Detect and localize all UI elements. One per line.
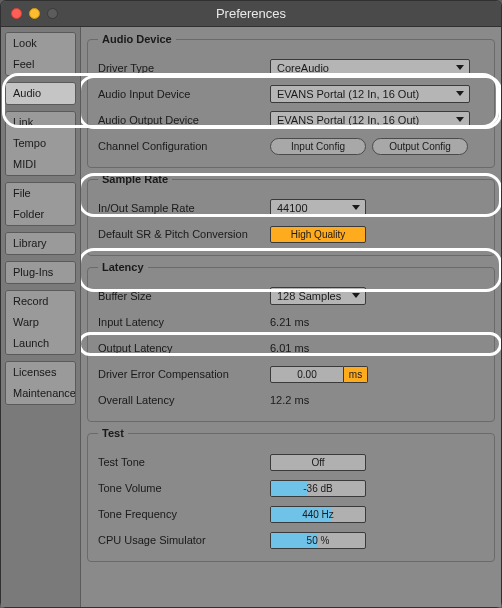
- driver-type-select[interactable]: CoreAudio: [270, 59, 470, 77]
- overall-latency-value: 12.2 ms: [270, 394, 309, 406]
- close-icon[interactable]: [11, 8, 22, 19]
- output-config-button[interactable]: Output Config: [372, 138, 468, 155]
- test-tone-toggle[interactable]: Off: [270, 454, 366, 471]
- sidebar-item-tempo[interactable]: Tempo: [6, 133, 75, 154]
- buffer-size-label: Buffer Size: [98, 290, 270, 302]
- section-legend: Sample Rate: [98, 173, 172, 185]
- maximize-icon: [47, 8, 58, 19]
- sidebar-item-warp[interactable]: Warp: [6, 312, 75, 333]
- sample-rate-section: Sample Rate In/Out Sample Rate 44100 Def…: [87, 173, 495, 256]
- driver-error-comp-unit: ms: [344, 366, 368, 383]
- cpu-usage-label: CPU Usage Simulator: [98, 534, 270, 546]
- output-device-select[interactable]: EVANS Portal (12 In, 16 Out): [270, 111, 470, 129]
- driver-error-comp-label: Driver Error Compensation: [98, 368, 270, 380]
- sidebar-item-plug-ins[interactable]: Plug-Ins: [6, 262, 75, 283]
- sidebar-item-midi[interactable]: MIDI: [6, 154, 75, 175]
- input-latency-label: Input Latency: [98, 316, 270, 328]
- sidebar-item-file[interactable]: File: [6, 183, 75, 204]
- sample-rate-label: In/Out Sample Rate: [98, 202, 270, 214]
- output-latency-value: 6.01 ms: [270, 342, 309, 354]
- input-config-button[interactable]: Input Config: [270, 138, 366, 155]
- sidebar-item-maintenance[interactable]: Maintenance: [6, 383, 75, 404]
- preferences-sidebar: LookFeelAudioLinkTempoMIDIFileFolderLibr…: [1, 27, 81, 607]
- titlebar: Preferences: [1, 1, 501, 27]
- sidebar-item-folder[interactable]: Folder: [6, 204, 75, 225]
- sr-conversion-label: Default SR & Pitch Conversion: [98, 228, 270, 240]
- test-tone-label: Test Tone: [98, 456, 270, 468]
- tone-volume-label: Tone Volume: [98, 482, 270, 494]
- sidebar-item-record[interactable]: Record: [6, 291, 75, 312]
- minimize-icon[interactable]: [29, 8, 40, 19]
- input-device-label: Audio Input Device: [98, 88, 270, 100]
- sr-conversion-toggle[interactable]: High Quality: [270, 226, 366, 243]
- latency-section: Latency Buffer Size 128 Samples Input La…: [87, 261, 495, 422]
- output-latency-label: Output Latency: [98, 342, 270, 354]
- section-legend: Latency: [98, 261, 148, 273]
- cpu-usage-slider[interactable]: 50 %: [270, 532, 366, 549]
- preferences-content: Audio Device Driver Type CoreAudio Audio…: [81, 27, 501, 607]
- sidebar-item-link[interactable]: Link: [6, 112, 75, 133]
- output-device-label: Audio Output Device: [98, 114, 270, 126]
- driver-type-label: Driver Type: [98, 62, 270, 74]
- tone-frequency-slider[interactable]: 440 Hz: [270, 506, 366, 523]
- tone-volume-slider[interactable]: -36 dB: [270, 480, 366, 497]
- overall-latency-label: Overall Latency: [98, 394, 270, 406]
- sidebar-item-audio[interactable]: Audio: [6, 83, 75, 104]
- window-title: Preferences: [1, 6, 501, 21]
- audio-device-section: Audio Device Driver Type CoreAudio Audio…: [87, 33, 495, 168]
- channel-config-label: Channel Configuration: [98, 140, 270, 152]
- test-section: Test Test Tone Off Tone Volume -36 dB: [87, 427, 495, 562]
- sidebar-item-feel[interactable]: Feel: [6, 54, 75, 75]
- buffer-size-select[interactable]: 128 Samples: [270, 287, 366, 305]
- sidebar-item-licenses[interactable]: Licenses: [6, 362, 75, 383]
- input-device-select[interactable]: EVANS Portal (12 In, 16 Out): [270, 85, 470, 103]
- sample-rate-select[interactable]: 44100: [270, 199, 366, 217]
- input-latency-value: 6.21 ms: [270, 316, 309, 328]
- sidebar-item-library[interactable]: Library: [6, 233, 75, 254]
- tone-frequency-label: Tone Frequency: [98, 508, 270, 520]
- driver-error-comp-value[interactable]: 0.00: [270, 366, 344, 383]
- section-legend: Test: [98, 427, 128, 439]
- sidebar-item-launch[interactable]: Launch: [6, 333, 75, 354]
- sidebar-item-look[interactable]: Look: [6, 33, 75, 54]
- section-legend: Audio Device: [98, 33, 176, 45]
